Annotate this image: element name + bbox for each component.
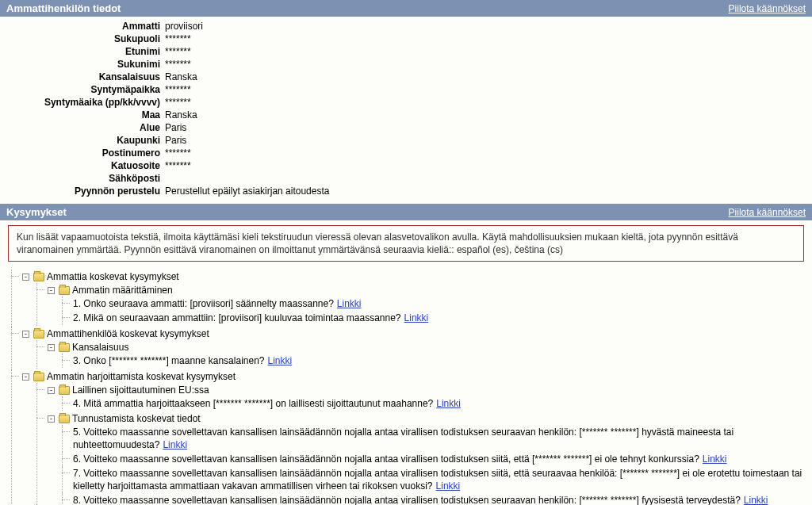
tree-leaf: 1. Onko seuraava ammatti: [proviisori] s…: [62, 296, 806, 311]
field-row: KaupunkiParis: [0, 134, 812, 147]
field-row: Sähköposti: [0, 172, 812, 185]
tree-node-label[interactable]: Laillinen sijoittautuminen EU:ssa: [72, 384, 209, 396]
fields-container: AmmattiproviisoriSukupuoli*******Etunimi…: [0, 17, 812, 204]
field-row: KansalaisuusRanska: [0, 71, 812, 83]
tree-leaf: 8. Voitteko maassanne sovellettavan kans…: [62, 493, 806, 505]
tree-node-label[interactable]: Ammattihenkilöä koskevat kysymykset: [47, 327, 209, 340]
question-text: 1. Onko seuraava ammatti: [proviisori] s…: [73, 298, 334, 309]
field-value: *******: [165, 45, 812, 58]
field-value: [165, 172, 812, 185]
folder-icon: [33, 330, 44, 339]
tree-node: -Laillinen sijoittautuminen EU:ssa4. Mit…: [36, 383, 806, 411]
field-row: Postinumero*******: [0, 147, 812, 159]
field-label: Kansalaisuus: [0, 71, 165, 83]
tree-node-label[interactable]: Ammatin harjoittamista koskevat kysymyks…: [47, 370, 236, 383]
question-link[interactable]: Linkki: [436, 398, 461, 409]
field-label: Sukunimi: [0, 58, 165, 71]
tree-node: -Tunnustamista koskevat tiedot5. Voittek…: [36, 411, 806, 505]
folder-icon: [59, 343, 70, 352]
field-row: Ammattiproviisori: [0, 20, 812, 33]
question-text: 8. Voitteko maassanne sovellettavan kans…: [73, 495, 741, 505]
field-label: Maa: [0, 109, 165, 121]
tree-toggle-icon[interactable]: -: [22, 373, 29, 381]
tree-leaf: 2. Mikä on seuraavaan ammattiin: [provii…: [62, 311, 806, 325]
field-value: Paris: [165, 134, 812, 147]
hide-translations-link[interactable]: Piilota käännökset: [729, 207, 806, 218]
tree-toggle-icon[interactable]: -: [48, 344, 55, 351]
question-link[interactable]: Linkki: [404, 312, 429, 323]
panel-header: Kysymykset Piilota käännökset: [0, 204, 812, 220]
tree-toggle-icon[interactable]: -: [48, 415, 55, 423]
tree-node-label[interactable]: Ammatin määrittäminen: [72, 284, 173, 296]
field-value: proviisori: [165, 20, 812, 33]
field-label: Syntymäpaikka: [0, 83, 165, 96]
field-value: Ranska: [165, 109, 812, 121]
question-tree: -Ammattia koskevat kysymykset-Ammatin mä…: [0, 270, 812, 505]
field-value: *******: [165, 33, 812, 45]
field-value: *******: [165, 147, 812, 159]
field-label: Sähköposti: [0, 172, 165, 185]
panel-title: Kysymykset: [6, 206, 67, 218]
question-link[interactable]: Linkki: [337, 298, 362, 309]
tree-leaf: 4. Mitä ammattia harjoittaakseen [******…: [62, 396, 806, 411]
tree-node: -Ammattia koskevat kysymykset-Ammatin mä…: [11, 270, 806, 327]
field-row: Syntymäaika (pp/kk/vvvv)*******: [0, 96, 812, 109]
tree-toggle-icon[interactable]: -: [48, 387, 55, 394]
tree-node-label[interactable]: Kansalaisuus: [72, 341, 128, 354]
question-link[interactable]: Linkki: [436, 480, 461, 492]
field-label: Katuosoite: [0, 159, 165, 172]
field-label: Kaupunki: [0, 134, 165, 147]
question-link[interactable]: Linkki: [744, 495, 768, 505]
tree-node: -Ammatin määrittäminen1. Onko seuraava a…: [36, 283, 806, 326]
question-text: 4. Mitä ammattia harjoittaakseen [******…: [73, 398, 433, 409]
folder-icon: [59, 415, 70, 423]
field-label: Etunimi: [0, 45, 165, 58]
field-value: *******: [165, 83, 812, 96]
folder-icon: [59, 386, 70, 395]
field-row: Pyynnön perusteluPerustellut epäilyt asi…: [0, 185, 812, 197]
field-row: Etunimi*******: [0, 45, 812, 58]
question-text: 6. Voitteko maassanne sovellettavan kans…: [73, 453, 699, 465]
field-label: Alue: [0, 121, 165, 134]
folder-icon: [59, 286, 70, 295]
field-value: Ranska: [165, 71, 812, 83]
question-text: 2. Mikä on seuraavaan ammattiin: [provii…: [73, 312, 401, 323]
tree-node: -Ammattihenkilöä koskevat kysymykset-Kan…: [11, 327, 806, 369]
tree-node-label[interactable]: Tunnustamista koskevat tiedot: [72, 412, 201, 425]
tree-leaf: 6. Voitteko maassanne sovellettavan kans…: [62, 452, 806, 466]
field-row: Syntymäpaikka*******: [0, 83, 812, 96]
field-value: Perustellut epäilyt asiakirjan aitoudest…: [165, 185, 812, 197]
folder-icon: [33, 373, 44, 381]
question-link[interactable]: Linkki: [163, 439, 187, 450]
field-label: Pyynnön perustelu: [0, 185, 165, 197]
field-label: Syntymäaika (pp/kk/vvvv): [0, 96, 165, 109]
tree-node-label[interactable]: Ammattia koskevat kysymykset: [47, 270, 179, 283]
field-row: MaaRanska: [0, 109, 812, 121]
field-value: *******: [165, 58, 812, 71]
tree-node: -Kansalaisuus3. Onko [******* *******] m…: [36, 340, 806, 369]
field-label: Sukupuoli: [0, 33, 165, 45]
tree-toggle-icon[interactable]: -: [22, 274, 29, 281]
question-link[interactable]: Linkki: [268, 355, 293, 366]
field-value: *******: [165, 96, 812, 109]
hide-translations-link[interactable]: Piilota käännökset: [729, 3, 806, 14]
field-row: Sukupuoli*******: [0, 33, 812, 45]
questions-panel: Kysymykset Piilota käännökset Kun lisäät…: [0, 204, 812, 505]
tree-leaf: 5. Voitteko maassanne sovellettavan kans…: [62, 425, 806, 452]
field-row: Katuosoite*******: [0, 159, 812, 172]
panel-header: Ammattihenkilön tiedot Piilota käännökse…: [0, 0, 812, 17]
folder-icon: [33, 273, 44, 281]
field-value: Paris: [165, 121, 812, 134]
question-link[interactable]: Linkki: [703, 453, 727, 465]
field-row: AlueParis: [0, 121, 812, 134]
field-value: *******: [165, 159, 812, 172]
field-row: Sukunimi*******: [0, 58, 812, 71]
tree-toggle-icon[interactable]: -: [22, 331, 29, 338]
question-text: 3. Onko [******* *******] maanne kansala…: [73, 355, 265, 366]
field-label: Postinumero: [0, 147, 165, 159]
field-label: Ammatti: [0, 20, 165, 33]
tree-node: -Ammatin harjoittamista koskevat kysymyk…: [11, 369, 806, 505]
tree-leaf: 7. Voitteko maassanne sovellettavan kans…: [62, 466, 806, 493]
tree-toggle-icon[interactable]: -: [48, 287, 55, 294]
panel-title: Ammattihenkilön tiedot: [6, 2, 121, 14]
